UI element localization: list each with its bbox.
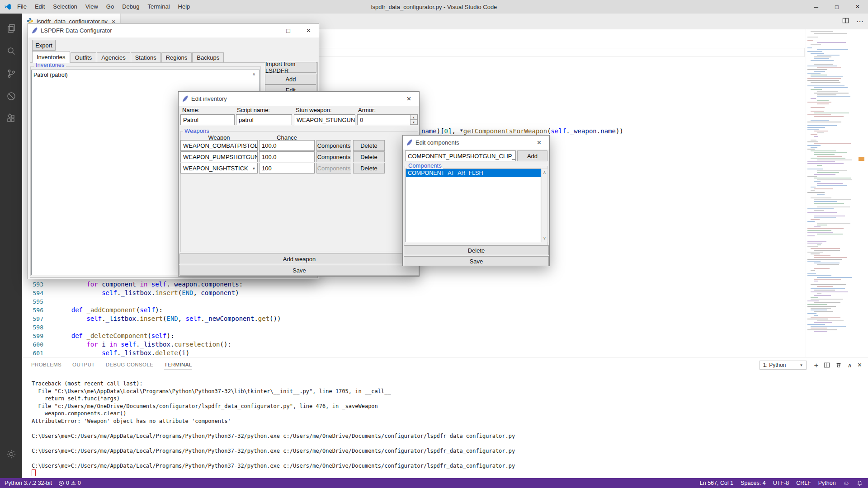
menu-file[interactable]: File [13, 0, 31, 14]
explorer-icon[interactable] [0, 17, 22, 40]
save-components-button[interactable]: Save [404, 256, 549, 266]
maximize-button[interactable]: □ [278, 23, 298, 38]
menu-view[interactable]: View [81, 0, 102, 14]
maximize-panel-icon[interactable]: ∧ [847, 362, 852, 368]
add-component-button[interactable]: Add [517, 150, 547, 161]
weapon-combo[interactable]: WEAPON_COMBATPISTOL▾ [180, 140, 258, 151]
panel-tab-output[interactable]: OUTPUT [72, 362, 95, 370]
scroll-up-icon[interactable]: ∧ [252, 72, 255, 76]
tab-agencies[interactable]: Agencies [97, 52, 130, 63]
delete-component-button[interactable]: Delete [404, 245, 549, 255]
minimap-line [807, 40, 813, 41]
menubar: FileEditSelectionViewGoDebugTerminalHelp [13, 0, 194, 14]
delete-weapon-button[interactable]: Delete [353, 151, 385, 162]
search-icon[interactable] [0, 40, 22, 62]
tab-inventories[interactable]: Inventories [32, 51, 70, 63]
minimap-line [807, 273, 816, 274]
minimap-line [807, 230, 831, 231]
panel-tab-terminal[interactable]: TERMINAL [164, 362, 192, 370]
feedback-smiley-icon[interactable]: ☺ [843, 479, 849, 487]
minimize-button[interactable]: ─ [258, 23, 278, 38]
scroll-up-icon[interactable]: ∧ [543, 170, 546, 175]
close-button[interactable]: × [847, 0, 868, 14]
menu-edit[interactable]: Edit [31, 0, 49, 14]
split-editor-icon[interactable] [842, 17, 849, 26]
close-button[interactable]: × [529, 136, 549, 150]
chance-value: 100.0 [262, 154, 277, 160]
terminal-line: weapon.components.clear() [32, 410, 515, 418]
new-terminal-icon[interactable]: + [814, 361, 818, 369]
status-crlf[interactable]: CRLF [796, 480, 811, 486]
problems-summary[interactable]: 0 ⚠ 0 [58, 480, 81, 486]
component-list-item[interactable]: COMPONENT_AT_AR_FLSH [406, 169, 541, 177]
statusbar-right-items: Ln 567, Col 1Spaces: 4UTF-8CRLFPython [700, 480, 836, 486]
component-combo[interactable]: COMPONENT_PUMPSHOTGUN_CLIP_01 ▾ [405, 150, 516, 161]
export-button[interactable]: Export [32, 40, 56, 51]
extensions-icon[interactable] [0, 108, 22, 130]
minimap-line [807, 192, 825, 193]
components-scrollbar[interactable]: ∧ ∨ [541, 169, 548, 242]
configurator-titlebar[interactable]: LSPDFR Data Configurator ─ □ × [28, 23, 319, 38]
components-list[interactable]: COMPONENT_AT_AR_FLSH [406, 169, 541, 242]
split-terminal-icon[interactable] [824, 362, 830, 368]
close-panel-icon[interactable]: × [858, 361, 862, 369]
tab-outfits[interactable]: Outfits [71, 52, 97, 63]
menu-selection[interactable]: Selection [49, 0, 81, 14]
terminal-line: AttributeError: 'Weapon' object has no a… [32, 418, 515, 425]
minimize-button[interactable]: ─ [806, 0, 826, 14]
minimap-line [807, 47, 812, 48]
status-python[interactable]: Python [818, 480, 836, 486]
components-button[interactable]: Components [316, 140, 351, 151]
menu-debug[interactable]: Debug [118, 0, 143, 14]
minimap-line [817, 225, 827, 225]
status-utf-8[interactable]: UTF-8 [773, 480, 789, 486]
panel-tab-debug-console[interactable]: DEBUG CONSOLE [106, 362, 154, 370]
weapon-combo[interactable]: WEAPON_PUMPSHOTGUN▾ [180, 151, 258, 162]
minimap-line [806, 333, 855, 334]
chevron-down-icon: ▼ [800, 363, 803, 367]
editor-scrollbar[interactable] [855, 29, 868, 357]
menu-help[interactable]: Help [174, 0, 194, 14]
tab-regions[interactable]: Regions [161, 52, 192, 63]
save-inventory-button[interactable]: Save [179, 265, 419, 276]
inventory-list-item[interactable]: Patrol (patrol) [32, 71, 259, 79]
shell-selector[interactable]: 1: Python ▼ [760, 361, 807, 370]
minimap[interactable] [806, 29, 855, 357]
edit-components-titlebar[interactable]: Edit components × [403, 136, 549, 150]
more-actions-icon[interactable]: ⋯ [856, 17, 863, 26]
debug-icon[interactable] [0, 85, 22, 108]
delete-weapon-button[interactable]: Delete [353, 140, 385, 151]
add-inventory-button[interactable]: Add [265, 74, 316, 84]
import-from-lspdfr-button[interactable]: Import from LSPDFR [265, 62, 316, 73]
terminal-output[interactable]: Traceback (most recent call last): File … [32, 380, 515, 469]
chance-input[interactable]: 100.0 [259, 151, 315, 162]
panel-tab-problems[interactable]: PROBLEMS [31, 362, 61, 370]
source-control-icon[interactable] [0, 62, 22, 85]
chance-value: 100.0 [262, 142, 277, 149]
maximize-button[interactable]: □ [826, 0, 847, 14]
shell-selector-value: 1: Python [763, 362, 786, 368]
settings-gear-icon[interactable] [0, 443, 22, 465]
minimap-line [807, 246, 818, 247]
components-button[interactable]: Components [316, 151, 351, 162]
status-spaces-4[interactable]: Spaces: 4 [741, 480, 766, 486]
code-line: 594 self._listbox.insert(END, component) [22, 289, 868, 297]
python-interpreter[interactable]: Python 3.7.2 32-bit [5, 480, 52, 486]
tab-stations[interactable]: Stations [131, 52, 161, 63]
minimap-line [814, 203, 844, 204]
menu-terminal[interactable]: Terminal [143, 0, 174, 14]
minimap-line [811, 60, 834, 61]
add-weapon-button[interactable]: Add weapon [179, 253, 419, 264]
status-ln-567-col-1[interactable]: Ln 567, Col 1 [700, 480, 733, 486]
menu-go[interactable]: Go [102, 0, 118, 14]
notifications-bell-icon[interactable] [857, 480, 863, 486]
chance-input[interactable]: 100 [259, 163, 315, 174]
kill-terminal-icon[interactable] [835, 362, 842, 368]
delete-weapon-button[interactable]: Delete [353, 163, 385, 174]
scroll-down-icon[interactable]: ∨ [543, 236, 546, 240]
chance-input[interactable]: 100.0 [259, 140, 315, 151]
close-button[interactable]: × [298, 23, 319, 38]
weapon-combo[interactable]: WEAPON_NIGHTSTICK▾ [180, 163, 258, 174]
minimap-line [817, 132, 824, 133]
tab-backups[interactable]: Backups [192, 52, 224, 63]
